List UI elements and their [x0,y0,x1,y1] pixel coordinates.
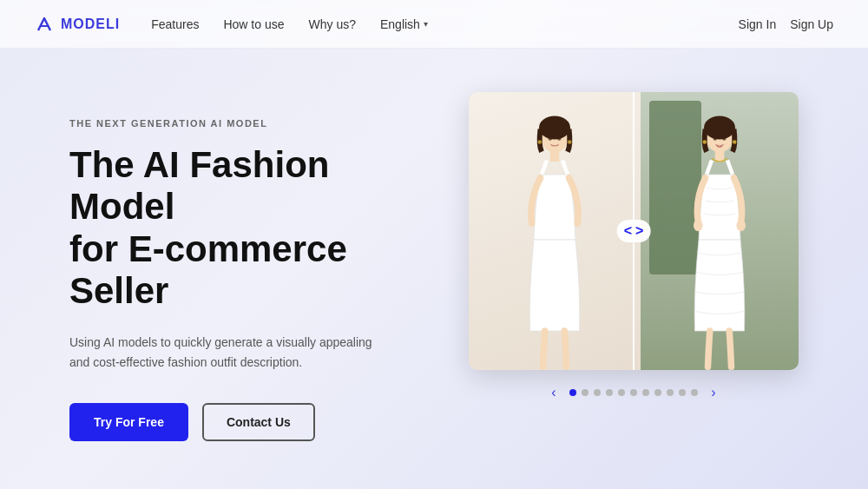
image-before [469,92,641,370]
hero-text: THE NEXT GENERATION AI MODEL The AI Fash… [69,101,434,441]
svg-point-4 [557,135,562,140]
carousel-dot-4[interactable] [606,389,613,396]
contact-us-button[interactable]: Contact Us [202,403,315,441]
carousel-dot-11[interactable] [691,389,698,396]
hero-image-area: < > ‹ › [469,92,799,403]
hero-section: THE NEXT GENERATION AI MODEL The AI Fash… [0,49,868,476]
svg-point-1 [539,116,570,140]
svg-point-6 [568,140,572,144]
svg-rect-9 [715,150,725,162]
image-after [641,92,799,370]
svg-point-11 [736,220,746,232]
carousel-dot-9[interactable] [667,389,674,396]
svg-point-14 [702,140,707,144]
hero-title: The AI Fashion Model for E-commerce Sell… [69,144,434,312]
hero-eyebrow: THE NEXT GENERATION AI MODEL [69,118,434,129]
signin-button[interactable]: Sign In [739,17,777,31]
carousel-dot-7[interactable] [642,389,649,396]
signup-button[interactable]: Sign Up [790,17,833,31]
logo[interactable]: MODELI [35,15,120,34]
carousel-dot-1[interactable] [569,389,576,396]
carousel-next-button[interactable]: › [703,382,724,403]
carousel-nav: ‹ › [469,382,799,403]
nav-auth: Sign In Sign Up [739,17,833,31]
logo-text: MODELI [61,17,120,32]
svg-point-10 [694,220,703,232]
nav-how-to-use[interactable]: How to use [223,17,284,31]
carousel-dot-5[interactable] [618,389,625,396]
nav-features[interactable]: Features [151,17,199,31]
svg-point-5 [537,140,542,144]
svg-point-12 [713,135,717,140]
try-free-button[interactable]: Try For Free [69,403,188,441]
carousel-dot-2[interactable] [582,389,589,396]
chevron-down-icon: ▾ [424,19,428,29]
svg-point-3 [548,135,552,140]
left-arrow-icon: < [624,223,632,239]
hero-description: Using AI models to quickly generate a vi… [69,333,382,372]
right-arrow-icon: > [635,223,643,239]
model-figure-right [650,109,789,370]
language-selector[interactable]: English ▾ [380,17,428,31]
model-figure-left [485,109,624,370]
navbar: MODELI Features How to use Why us? Engli… [0,0,868,49]
image-container: < > [469,92,799,370]
svg-point-8 [704,116,735,140]
carousel-dot-8[interactable] [654,389,661,396]
carousel-prev-button[interactable]: ‹ [543,382,564,403]
split-handle[interactable]: < > [617,220,651,242]
carousel-dot-6[interactable] [630,389,637,396]
svg-rect-2 [550,150,560,162]
nav-links: Features How to use Why us? English ▾ [151,17,738,31]
hero-buttons: Try For Free Contact Us [69,403,434,441]
carousel-dot-10[interactable] [679,389,686,396]
svg-point-13 [722,135,727,140]
carousel-dot-3[interactable] [594,389,601,396]
logo-icon [35,15,54,34]
svg-point-15 [733,140,737,144]
nav-why-us[interactable]: Why us? [309,17,356,31]
language-label: English [380,17,420,31]
